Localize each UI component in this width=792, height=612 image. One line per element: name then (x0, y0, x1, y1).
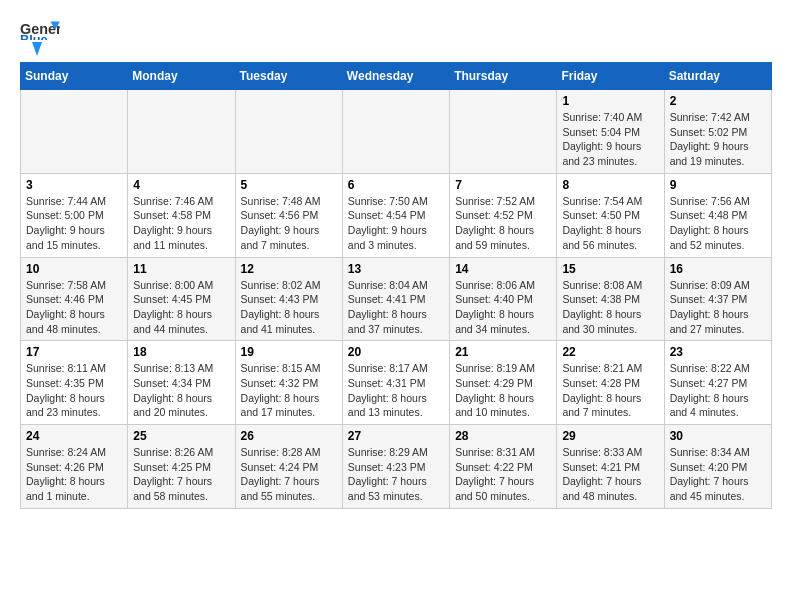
day-info: Sunrise: 7:46 AM Sunset: 4:58 PM Dayligh… (133, 194, 229, 253)
day-number: 16 (670, 262, 766, 276)
calendar-cell: 21Sunrise: 8:19 AM Sunset: 4:29 PM Dayli… (450, 341, 557, 425)
calendar-cell: 6Sunrise: 7:50 AM Sunset: 4:54 PM Daylig… (342, 173, 449, 257)
day-number: 7 (455, 178, 551, 192)
svg-marker-3 (32, 42, 42, 56)
day-number: 21 (455, 345, 551, 359)
logo: General Blue (20, 20, 60, 52)
day-info: Sunrise: 8:33 AM Sunset: 4:21 PM Dayligh… (562, 445, 658, 504)
day-number: 23 (670, 345, 766, 359)
calendar-cell (342, 90, 449, 174)
day-info: Sunrise: 8:02 AM Sunset: 4:43 PM Dayligh… (241, 278, 337, 337)
calendar-cell: 28Sunrise: 8:31 AM Sunset: 4:22 PM Dayli… (450, 425, 557, 509)
day-info: Sunrise: 7:48 AM Sunset: 4:56 PM Dayligh… (241, 194, 337, 253)
day-number: 10 (26, 262, 122, 276)
calendar-cell: 23Sunrise: 8:22 AM Sunset: 4:27 PM Dayli… (664, 341, 771, 425)
calendar-cell: 29Sunrise: 8:33 AM Sunset: 4:21 PM Dayli… (557, 425, 664, 509)
weekday-header-saturday: Saturday (664, 63, 771, 90)
day-info: Sunrise: 7:42 AM Sunset: 5:02 PM Dayligh… (670, 110, 766, 169)
day-number: 4 (133, 178, 229, 192)
calendar-cell: 30Sunrise: 8:34 AM Sunset: 4:20 PM Dayli… (664, 425, 771, 509)
day-number: 1 (562, 94, 658, 108)
day-number: 26 (241, 429, 337, 443)
day-number: 28 (455, 429, 551, 443)
calendar-cell: 19Sunrise: 8:15 AM Sunset: 4:32 PM Dayli… (235, 341, 342, 425)
calendar-cell: 24Sunrise: 8:24 AM Sunset: 4:26 PM Dayli… (21, 425, 128, 509)
calendar-cell: 20Sunrise: 8:17 AM Sunset: 4:31 PM Dayli… (342, 341, 449, 425)
calendar-cell (21, 90, 128, 174)
day-number: 3 (26, 178, 122, 192)
day-info: Sunrise: 8:15 AM Sunset: 4:32 PM Dayligh… (241, 361, 337, 420)
weekday-header-monday: Monday (128, 63, 235, 90)
day-info: Sunrise: 8:04 AM Sunset: 4:41 PM Dayligh… (348, 278, 444, 337)
calendar-week-2: 3Sunrise: 7:44 AM Sunset: 5:00 PM Daylig… (21, 173, 772, 257)
calendar-cell: 5Sunrise: 7:48 AM Sunset: 4:56 PM Daylig… (235, 173, 342, 257)
calendar-cell (128, 90, 235, 174)
day-info: Sunrise: 8:19 AM Sunset: 4:29 PM Dayligh… (455, 361, 551, 420)
logo-icon: General Blue (20, 20, 60, 40)
day-number: 8 (562, 178, 658, 192)
day-info: Sunrise: 7:54 AM Sunset: 4:50 PM Dayligh… (562, 194, 658, 253)
day-number: 20 (348, 345, 444, 359)
day-info: Sunrise: 7:50 AM Sunset: 4:54 PM Dayligh… (348, 194, 444, 253)
header: General Blue (20, 20, 772, 52)
calendar-cell: 3Sunrise: 7:44 AM Sunset: 5:00 PM Daylig… (21, 173, 128, 257)
day-info: Sunrise: 8:08 AM Sunset: 4:38 PM Dayligh… (562, 278, 658, 337)
calendar-cell: 9Sunrise: 7:56 AM Sunset: 4:48 PM Daylig… (664, 173, 771, 257)
day-info: Sunrise: 7:40 AM Sunset: 5:04 PM Dayligh… (562, 110, 658, 169)
calendar-cell: 13Sunrise: 8:04 AM Sunset: 4:41 PM Dayli… (342, 257, 449, 341)
calendar-cell: 18Sunrise: 8:13 AM Sunset: 4:34 PM Dayli… (128, 341, 235, 425)
day-number: 25 (133, 429, 229, 443)
calendar-body: 1Sunrise: 7:40 AM Sunset: 5:04 PM Daylig… (21, 90, 772, 509)
day-number: 18 (133, 345, 229, 359)
calendar-table: SundayMondayTuesdayWednesdayThursdayFrid… (20, 62, 772, 509)
calendar-cell: 22Sunrise: 8:21 AM Sunset: 4:28 PM Dayli… (557, 341, 664, 425)
weekday-header-sunday: Sunday (21, 63, 128, 90)
weekday-header-thursday: Thursday (450, 63, 557, 90)
day-number: 11 (133, 262, 229, 276)
day-number: 29 (562, 429, 658, 443)
calendar-week-5: 24Sunrise: 8:24 AM Sunset: 4:26 PM Dayli… (21, 425, 772, 509)
day-number: 24 (26, 429, 122, 443)
day-number: 12 (241, 262, 337, 276)
calendar-cell (450, 90, 557, 174)
day-number: 9 (670, 178, 766, 192)
day-info: Sunrise: 8:11 AM Sunset: 4:35 PM Dayligh… (26, 361, 122, 420)
day-number: 17 (26, 345, 122, 359)
calendar-cell (235, 90, 342, 174)
calendar-cell: 4Sunrise: 7:46 AM Sunset: 4:58 PM Daylig… (128, 173, 235, 257)
calendar-cell: 16Sunrise: 8:09 AM Sunset: 4:37 PM Dayli… (664, 257, 771, 341)
day-info: Sunrise: 7:44 AM Sunset: 5:00 PM Dayligh… (26, 194, 122, 253)
day-number: 6 (348, 178, 444, 192)
day-info: Sunrise: 8:34 AM Sunset: 4:20 PM Dayligh… (670, 445, 766, 504)
day-info: Sunrise: 8:06 AM Sunset: 4:40 PM Dayligh… (455, 278, 551, 337)
calendar-cell: 2Sunrise: 7:42 AM Sunset: 5:02 PM Daylig… (664, 90, 771, 174)
day-info: Sunrise: 8:31 AM Sunset: 4:22 PM Dayligh… (455, 445, 551, 504)
day-number: 15 (562, 262, 658, 276)
calendar-cell: 8Sunrise: 7:54 AM Sunset: 4:50 PM Daylig… (557, 173, 664, 257)
calendar-cell: 1Sunrise: 7:40 AM Sunset: 5:04 PM Daylig… (557, 90, 664, 174)
day-info: Sunrise: 7:58 AM Sunset: 4:46 PM Dayligh… (26, 278, 122, 337)
day-info: Sunrise: 8:13 AM Sunset: 4:34 PM Dayligh… (133, 361, 229, 420)
day-number: 19 (241, 345, 337, 359)
weekday-header-wednesday: Wednesday (342, 63, 449, 90)
weekday-header-friday: Friday (557, 63, 664, 90)
calendar-week-1: 1Sunrise: 7:40 AM Sunset: 5:04 PM Daylig… (21, 90, 772, 174)
day-info: Sunrise: 8:17 AM Sunset: 4:31 PM Dayligh… (348, 361, 444, 420)
day-number: 13 (348, 262, 444, 276)
calendar-week-3: 10Sunrise: 7:58 AM Sunset: 4:46 PM Dayli… (21, 257, 772, 341)
calendar-cell: 7Sunrise: 7:52 AM Sunset: 4:52 PM Daylig… (450, 173, 557, 257)
day-info: Sunrise: 7:56 AM Sunset: 4:48 PM Dayligh… (670, 194, 766, 253)
calendar-cell: 25Sunrise: 8:26 AM Sunset: 4:25 PM Dayli… (128, 425, 235, 509)
day-info: Sunrise: 8:21 AM Sunset: 4:28 PM Dayligh… (562, 361, 658, 420)
calendar-cell: 15Sunrise: 8:08 AM Sunset: 4:38 PM Dayli… (557, 257, 664, 341)
day-number: 27 (348, 429, 444, 443)
calendar-cell: 27Sunrise: 8:29 AM Sunset: 4:23 PM Dayli… (342, 425, 449, 509)
day-number: 5 (241, 178, 337, 192)
weekday-header-row: SundayMondayTuesdayWednesdayThursdayFrid… (21, 63, 772, 90)
day-number: 2 (670, 94, 766, 108)
day-number: 14 (455, 262, 551, 276)
calendar-cell: 17Sunrise: 8:11 AM Sunset: 4:35 PM Dayli… (21, 341, 128, 425)
calendar-cell: 14Sunrise: 8:06 AM Sunset: 4:40 PM Dayli… (450, 257, 557, 341)
day-info: Sunrise: 8:22 AM Sunset: 4:27 PM Dayligh… (670, 361, 766, 420)
calendar-cell: 11Sunrise: 8:00 AM Sunset: 4:45 PM Dayli… (128, 257, 235, 341)
